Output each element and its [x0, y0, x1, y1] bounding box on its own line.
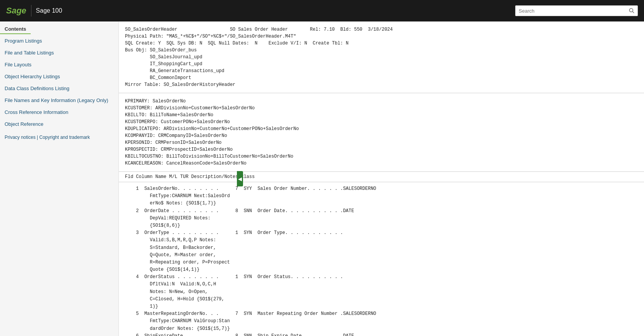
- file-header-section: SO_SalesOrderHeader SO Sales Order Heade…: [119, 21, 644, 93]
- sidebar-item-cross-reference[interactable]: Cross Reference Information: [0, 106, 118, 118]
- search-box[interactable]: [515, 5, 638, 16]
- svg-line-1: [632, 12, 634, 13]
- logo-group: Sage Sage 100: [6, 5, 62, 16]
- page-layout: Contents Program ListingsFile and Table …: [0, 21, 644, 336]
- sidebar-item-object-hierarchy[interactable]: Object Hierarchy Listings: [0, 71, 118, 82]
- sidebar-nav: Program ListingsFile and Table ListingsF…: [0, 35, 118, 130]
- sidebar-item-program-listings[interactable]: Program Listings: [0, 35, 118, 47]
- sidebar: Contents Program ListingsFile and Table …: [0, 21, 119, 336]
- app-header: Sage Sage 100: [0, 0, 644, 21]
- svg-point-0: [629, 8, 633, 12]
- content-wrapper: ◀ SO_SalesOrderHeader SO Sales Order Hea…: [119, 21, 644, 336]
- key-definitions-section: KPRIMARY: SalesOrderNo KCUSTOMER: ARDivi…: [119, 93, 644, 172]
- header-divider: [31, 5, 31, 16]
- search-button[interactable]: [627, 7, 637, 15]
- table-column-header: Fld Column Name M/L TUR Description/Note…: [119, 172, 644, 182]
- records-container: 1 SalesOrderNo. . . . . . . . 7 SYY Sale…: [119, 182, 644, 336]
- sidebar-item-file-table-listings[interactable]: File and Table Listings: [0, 47, 118, 59]
- sidebar-item-file-layouts[interactable]: File Layouts: [0, 59, 118, 71]
- app-title: Sage 100: [36, 7, 62, 14]
- search-input[interactable]: [516, 7, 627, 15]
- main-content: SO_SalesOrderHeader SO Sales Order Heade…: [119, 21, 644, 336]
- key-definitions-text: KPRIMARY: SalesOrderNo KCUSTOMER: ARDivi…: [125, 98, 638, 167]
- privacy-footer[interactable]: Privacy notices | Copyright and trademar…: [0, 130, 118, 145]
- sidebar-item-file-names-key[interactable]: File Names and Key Information (Legacy O…: [0, 94, 118, 106]
- file-header-text: SO_SalesOrderHeader SO Sales Order Heade…: [125, 26, 638, 88]
- contents-label: Contents: [0, 23, 31, 34]
- sage-logo: Sage: [6, 6, 26, 16]
- sidebar-toggle[interactable]: ◀: [237, 171, 243, 186]
- sidebar-item-data-class-definitions[interactable]: Data Class Definitions Listing: [0, 82, 118, 94]
- sidebar-item-object-reference[interactable]: Object Reference: [0, 118, 118, 130]
